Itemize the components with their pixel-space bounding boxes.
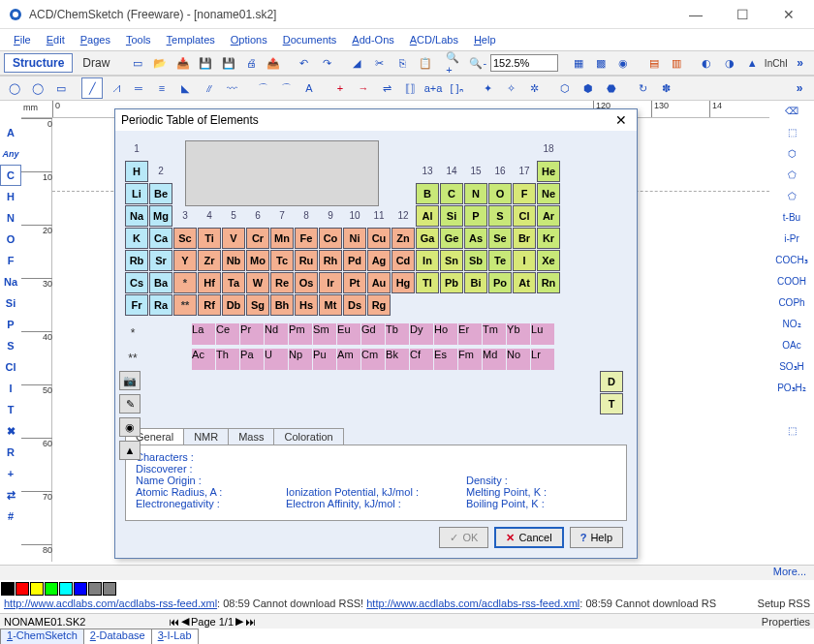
element-Sm[interactable]: Sm <box>313 323 336 345</box>
element-Eu[interactable]: Eu <box>337 323 360 345</box>
tool-b-icon[interactable]: ▩ <box>590 52 610 74</box>
element-W[interactable]: W <box>246 272 269 293</box>
element-Pr[interactable]: Pr <box>240 323 264 345</box>
menu-templates[interactable]: Templates <box>159 32 223 47</box>
side-button-2[interactable]: ◉ <box>119 417 141 437</box>
element-Ga[interactable]: Ga <box>416 228 439 249</box>
left-element-A[interactable]: A <box>0 122 21 143</box>
element-Ni[interactable]: Ni <box>343 228 366 249</box>
element-No[interactable]: No <box>507 349 530 370</box>
color-swatch[interactable] <box>1 582 15 596</box>
left-element-Si[interactable]: Si <box>0 292 21 314</box>
right-group-COCH[interactable]: COCH₃ <box>773 250 810 269</box>
color-swatch[interactable] <box>103 582 116 596</box>
element-Pm[interactable]: Pm <box>289 323 312 345</box>
app-tab-2[interactable]: 3-I-Lab <box>151 629 199 644</box>
menu-acdlabs[interactable]: ACD/Labs <box>402 32 466 47</box>
bond3-icon[interactable]: ≡ <box>151 77 172 99</box>
right-group-[interactable]: ⬠ <box>773 186 810 205</box>
element-Ba[interactable]: Ba <box>149 272 172 293</box>
left-element-O[interactable]: O <box>0 229 21 250</box>
element-Al[interactable]: Al <box>416 205 439 227</box>
menu-options[interactable]: Options <box>223 32 275 47</box>
element-**[interactable]: ** <box>173 294 197 316</box>
element-Mn[interactable]: Mn <box>270 228 294 249</box>
element-Hs[interactable]: Hs <box>295 294 318 316</box>
tool-h-icon[interactable]: ▲ <box>741 52 762 74</box>
element-V[interactable]: V <box>222 228 245 249</box>
element-*[interactable]: * <box>173 272 197 293</box>
element-Be[interactable]: Be <box>149 183 172 204</box>
element-Bk[interactable]: Bk <box>386 349 409 370</box>
color-swatch[interactable] <box>16 582 29 596</box>
element-S[interactable]: S <box>488 205 512 227</box>
color-swatch[interactable] <box>45 582 58 596</box>
element-Nd[interactable]: Nd <box>265 323 288 345</box>
misc4-icon[interactable]: ⬡ <box>554 77 576 99</box>
zoom-combo[interactable] <box>490 54 558 72</box>
left-element-T[interactable]: T <box>0 399 21 420</box>
element-Np[interactable]: Np <box>289 349 312 370</box>
left-element-⇄[interactable]: ⇄ <box>0 484 21 506</box>
menu-addons[interactable]: Add-Ons <box>344 32 401 47</box>
menu-file[interactable]: File <box>6 32 39 47</box>
open-icon[interactable]: 📂 <box>150 52 171 74</box>
minimize-button[interactable]: — <box>678 3 713 26</box>
element-La[interactable]: La <box>192 323 215 345</box>
element-Lu[interactable]: Lu <box>531 323 554 345</box>
right-group-[interactable] <box>773 399 810 418</box>
element-Cu[interactable]: Cu <box>367 228 391 249</box>
close-button[interactable]: ✕ <box>771 3 806 26</box>
element-Sr[interactable]: Sr <box>149 250 172 271</box>
isotope-T[interactable]: T <box>600 393 623 414</box>
dialog-tab-coloration[interactable]: Coloration <box>273 428 343 445</box>
rss-link2[interactable]: http://www.acdlabs.com/acdlabs-rss-feed.… <box>366 598 579 609</box>
element-Ru[interactable]: Ru <box>295 250 318 271</box>
tool-e-icon[interactable]: ▥ <box>666 52 686 74</box>
tool-g-icon[interactable]: ◑ <box>719 52 739 74</box>
element-Kr[interactable]: Kr <box>537 228 560 249</box>
color-swatch[interactable] <box>88 582 102 596</box>
color-swatch[interactable] <box>30 582 44 596</box>
element-Hf[interactable]: Hf <box>198 272 221 293</box>
color-swatch[interactable] <box>74 582 87 596</box>
element-Rn[interactable]: Rn <box>537 272 560 293</box>
element-Sb[interactable]: Sb <box>464 250 487 271</box>
new-icon[interactable]: ▭ <box>127 52 147 74</box>
right-group-[interactable]: ⬚ <box>773 122 810 141</box>
left-element-N[interactable]: N <box>0 207 21 229</box>
menu-pages[interactable]: Pages <box>73 32 118 47</box>
paste-icon[interactable]: 📋 <box>415 52 435 74</box>
element-Rf[interactable]: Rf <box>198 294 221 316</box>
element-Dy[interactable]: Dy <box>410 323 433 345</box>
cancel-button[interactable]: ✕Cancel <box>494 527 563 548</box>
side-button-0[interactable]: 📷 <box>119 371 141 390</box>
element-Er[interactable]: Er <box>458 323 482 345</box>
element-Tc[interactable]: Tc <box>270 250 294 271</box>
element-C[interactable]: C <box>440 183 463 204</box>
element-As[interactable]: As <box>464 228 487 249</box>
element-Hg[interactable]: Hg <box>391 272 415 293</box>
bond-icon[interactable]: ╱ <box>81 77 103 99</box>
element-F[interactable]: F <box>513 183 536 204</box>
draw-mode-button[interactable]: Draw <box>75 54 117 72</box>
left-element-C[interactable]: C <box>0 165 21 186</box>
left-element-H[interactable]: H <box>0 186 21 207</box>
dialog-close-icon[interactable]: ✕ <box>611 112 631 128</box>
page-prev-icon[interactable]: ◀ <box>181 615 189 628</box>
element-Re[interactable]: Re <box>270 272 294 293</box>
app-tab-1[interactable]: 2-Database <box>83 629 152 644</box>
element-Rh[interactable]: Rh <box>319 250 342 271</box>
element-Md[interactable]: Md <box>483 349 506 370</box>
right-group-[interactable]: ⬡ <box>773 143 810 163</box>
left-element-+[interactable]: + <box>0 463 21 484</box>
menu-help[interactable]: Help <box>466 32 504 47</box>
gear-icon[interactable]: ✽ <box>655 77 676 99</box>
arc-icon[interactable]: ⌒ <box>252 77 273 99</box>
left-element-Na[interactable]: Na <box>0 271 21 292</box>
right-group-OAc[interactable]: OAc <box>773 335 810 354</box>
element-Tb[interactable]: Tb <box>386 323 409 345</box>
element-Pt[interactable]: Pt <box>343 272 366 293</box>
redo-icon[interactable]: ↷ <box>316 52 336 74</box>
structure-mode-button[interactable]: Structure <box>4 53 73 73</box>
